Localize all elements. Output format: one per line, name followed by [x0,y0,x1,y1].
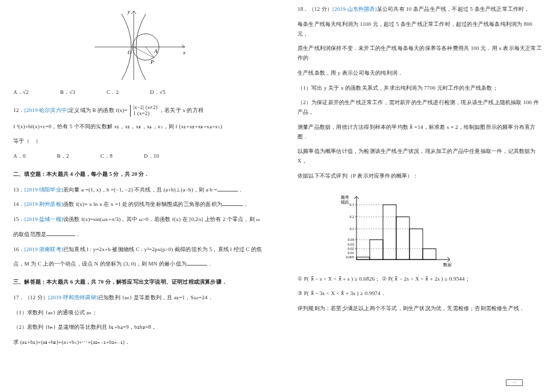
q15-line2: 的取值范围是． [13,230,275,240]
q12-stem: 12．[2019·哈尔滨六中]定义域为 R 的函数 f(x)= |x−2| (x… [13,105,275,117]
q18-p2d: 依据以下不等式评判（P 表示对应事件的概率）： [297,172,544,181]
q18-ineq2: ③ P( x̄ − 3s < X < x̄ + 3s ) ≥ 0.9974． [297,289,544,299]
q18-header: 18．（12 分）[2019·山东外国语]某公司共有 10 条产品生产线，不超过… [297,5,544,14]
frequency-histogram: 频率 组距 数据 0.3 0.2 0.1 0.04 0.03 0.02 0.01… [332,190,459,269]
svg-text:0.1: 0.1 [350,227,355,231]
section-2-title: 二、填空题：本大题共 4 小题，每小题 5 分，共 20 分． [13,170,275,179]
q12-tail: 等于（ ） [13,137,275,146]
q12-eq: f ²(x)+bf(x)+c=0，恰有 5 个不同的实数解 x₁，x₂，x₃，x… [13,122,275,132]
q17-part1: （1）求数列 {aₙ} 的通项公式 aₙ； [13,308,275,318]
q17-source: [2019·呼和浩特调研] [48,294,98,300]
svg-text:0.01: 0.01 [348,251,355,255]
svg-text:0.2: 0.2 [350,215,355,219]
q16-source: [2019·浙南联考] [25,246,63,252]
q11-opt-c: 2 [116,88,119,98]
q11-opt-a: √2 [23,88,29,98]
q18-l4: 生产线条数，用 y 表示公司每天的纯利润． [297,69,544,78]
q17-header: 17．（12 分）[2019·呼和浩特调研]已知数列 {aₙ} 是等差数列，且 … [13,293,275,303]
q12-options: A．0 B．2 C．8 D．10 [13,152,275,161]
svg-text:y: y [127,8,130,14]
q13: 13．[2019·绵阳毕业]若向量 a =(1, x)，b =(−1, −2) … [13,185,275,195]
q15-line1: 15．[2019·盐城一模]设函数 f(x)=sin(ωx+π/3)，其中 ω>… [13,215,275,225]
svg-rect-31 [396,217,409,260]
q12-opt-b: 2 [66,152,69,161]
svg-text:A: A [154,48,158,54]
q18-source: [2019·山东外国语] [332,6,377,12]
conic-figure: O A P x y [92,5,188,83]
q18-ineq1: ① P( x̄ − s < X < x̄ + s ) ≥ 0.6826； ② P… [297,275,544,284]
q12-opt-a: 0 [23,152,26,161]
svg-rect-28 [356,257,370,260]
section-3-title: 三、解答题：本大题共 6 大题，共 70 分，解答应写出文字说明、证明过程或演算… [13,278,275,287]
q18-p2b: 测量产品数据，用统计方法得到样本的平均数 x̄ =14，标准差 s = 2，绘制… [297,123,544,142]
svg-text:P: P [150,59,154,65]
svg-text:0.03: 0.03 [348,243,355,246]
q18-l2: 每条生产线每天纯利润为 1100 元，超过 5 条生产线正常工作时，超过的生产线… [297,20,544,39]
q17-part2: （2）若数列 {bₙ} 是递增的等比数列且 b₁+b₄=9，b₂b₃=8， [13,323,275,332]
q14-source: [2019·荆州质检] [25,201,63,207]
svg-text:频率: 频率 [341,195,349,200]
svg-text:组距: 组距 [341,200,349,205]
svg-text:0.3: 0.3 [350,203,355,207]
svg-rect-33 [423,249,436,260]
svg-text:数据: 数据 [443,263,452,267]
q18-p2a: （2）为保证新开的生产线正常工作，需对新开的生产线进行检测，现从该生产线上随机抽… [297,98,544,117]
q11-opt-d: √5 [160,88,166,98]
page-widget-icon: — [506,379,523,386]
q11-options: A．√2 B．√3 C．2 D．√5 [13,88,275,98]
q18-p1: （1）写出 y 关于 x 的函数关系式，并求出纯利润为 7700 元时工作的生产… [297,84,544,93]
svg-text:0.005: 0.005 [346,255,355,259]
q12-opt-d: 10 [154,152,159,161]
q13-source: [2019·绵阳毕业] [25,187,63,193]
svg-rect-30 [383,205,396,260]
q12-source: [2019·哈尔滨六中] [25,107,69,113]
svg-text:x: x [182,49,185,55]
svg-line-8 [146,47,154,58]
svg-text:0.02: 0.02 [348,247,355,250]
svg-rect-29 [370,240,383,260]
q12-opt-c: 8 [110,152,113,161]
q18-p2c: 以频率值为概率估计值，为检测该生产线生产状况，现从加工的产品中任意抽取一件，记其… [297,147,544,166]
svg-text:0.04: 0.04 [348,238,355,241]
q17-sum: 求 (a₁+b₁)+(a₃+b₃)+(a₅+b₅)+⋯+(a₂ₙ₋₁+b₂ₙ₋₁… [13,338,275,347]
svg-text:O: O [128,49,132,55]
q18-rule: 评判规则为：若至少满足以上两个不等式，则生产状况为优，无需检修；否则需检修生产线… [297,304,544,314]
q15-source: [2019·盐城一模] [25,216,63,222]
q18-l3: 原生产线利润保持不变．未开工的生产线每条每天的保养等各种费用共 100 元．用 … [297,44,544,63]
q16-line1: 16．[2019·浙南联考]已知直线 l : y=2x+b 被抛物线 C : y… [13,245,275,255]
svg-rect-32 [409,229,423,260]
q14: 14．[2019·荆州质检]函数 f(x)= x ln x 在 x =1 处的切… [13,200,275,210]
q11-opt-b: √3 [69,88,75,98]
q16-line2: 点，M 为 C 上的一个动点，设点 N 的坐标为 (3, 0)，则 MN 的最小… [13,260,275,269]
